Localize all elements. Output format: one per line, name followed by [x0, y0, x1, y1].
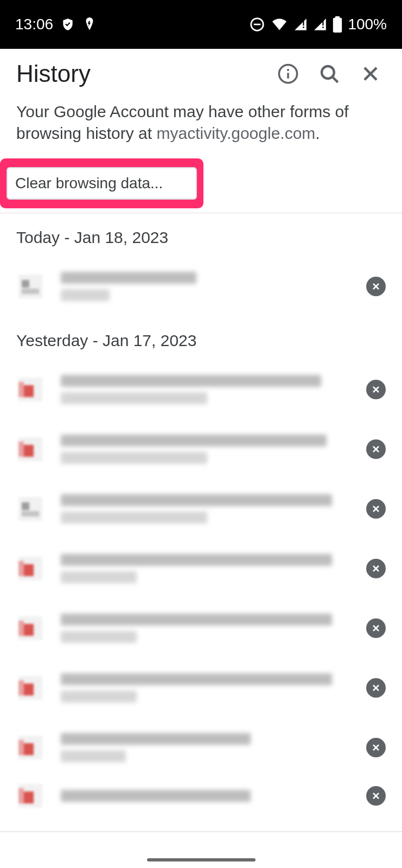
header: History: [0, 49, 402, 94]
status-time: 13:06: [15, 16, 53, 33]
history-entry[interactable]: [0, 539, 402, 598]
history-entry[interactable]: [0, 419, 402, 479]
status-bar: 13:06 100%: [0, 0, 402, 49]
clear-data-highlight: Clear browsing data...: [0, 158, 203, 208]
delete-entry-button[interactable]: [366, 618, 386, 638]
favicon-icon: [18, 497, 42, 521]
svg-rect-2: [303, 21, 304, 26]
delete-entry-button[interactable]: [366, 786, 386, 806]
vpn-icon: [82, 16, 97, 33]
favicon-icon: [18, 378, 42, 401]
entry-text: [61, 790, 348, 802]
favicon-icon: [18, 616, 42, 640]
home-indicator[interactable]: [147, 858, 256, 861]
history-entry[interactable]: [0, 658, 402, 718]
entry-text: [61, 494, 348, 524]
svg-point-9: [287, 69, 289, 71]
wifi-icon: [271, 17, 288, 31]
favicon-icon: [18, 736, 42, 760]
svg-rect-6: [333, 18, 342, 33]
do-not-disturb-icon: [249, 16, 265, 33]
history-entry[interactable]: [0, 360, 402, 419]
delete-entry-button[interactable]: [366, 559, 386, 578]
svg-rect-7: [335, 16, 340, 18]
entry-text: [61, 375, 348, 404]
entry-text: [61, 673, 348, 703]
shield-check-icon: [61, 17, 75, 31]
svg-point-3: [303, 27, 304, 28]
search-button[interactable]: [314, 59, 344, 89]
signal-2-icon: [313, 17, 327, 31]
favicon-icon: [18, 437, 42, 461]
history-entry[interactable]: [0, 257, 402, 316]
delete-entry-button[interactable]: [366, 380, 386, 399]
clear-browsing-data-button[interactable]: Clear browsing data...: [7, 167, 197, 200]
entry-text: [61, 435, 348, 464]
account-info-text: Your Google Account may have other forms…: [0, 94, 402, 156]
history-entry[interactable]: [0, 777, 402, 814]
close-button[interactable]: [355, 59, 386, 89]
entry-text: [61, 733, 348, 762]
signal-1-icon: [293, 17, 308, 31]
entry-text: [61, 614, 348, 643]
delete-entry-button[interactable]: [366, 439, 386, 459]
delete-entry-button[interactable]: [366, 277, 386, 296]
delete-entry-button[interactable]: [366, 738, 386, 757]
status-battery: 100%: [348, 16, 387, 33]
svg-point-5: [322, 27, 324, 28]
svg-point-11: [322, 66, 334, 79]
entry-text: [61, 554, 348, 583]
history-entry[interactable]: [0, 718, 402, 777]
favicon-icon: [18, 676, 42, 700]
bottom-divider: [0, 831, 402, 832]
delete-entry-button[interactable]: [366, 678, 386, 698]
page-title: History: [16, 60, 262, 87]
history-entry[interactable]: [0, 479, 402, 539]
favicon-icon: [18, 784, 42, 808]
battery-icon: [333, 16, 342, 33]
history-entry[interactable]: [0, 598, 402, 658]
svg-line-12: [333, 77, 338, 82]
section-header-yesterday: Yesterday - Jan 17, 2023: [0, 316, 402, 360]
favicon-icon: [18, 275, 42, 298]
myactivity-link[interactable]: myactivity.google.com: [156, 124, 315, 142]
svg-rect-4: [323, 21, 324, 26]
delete-entry-button[interactable]: [366, 499, 386, 519]
info-button[interactable]: [273, 59, 303, 89]
favicon-icon: [18, 557, 42, 580]
section-header-today: Today - Jan 18, 2023: [0, 213, 402, 257]
entry-text: [61, 272, 348, 301]
